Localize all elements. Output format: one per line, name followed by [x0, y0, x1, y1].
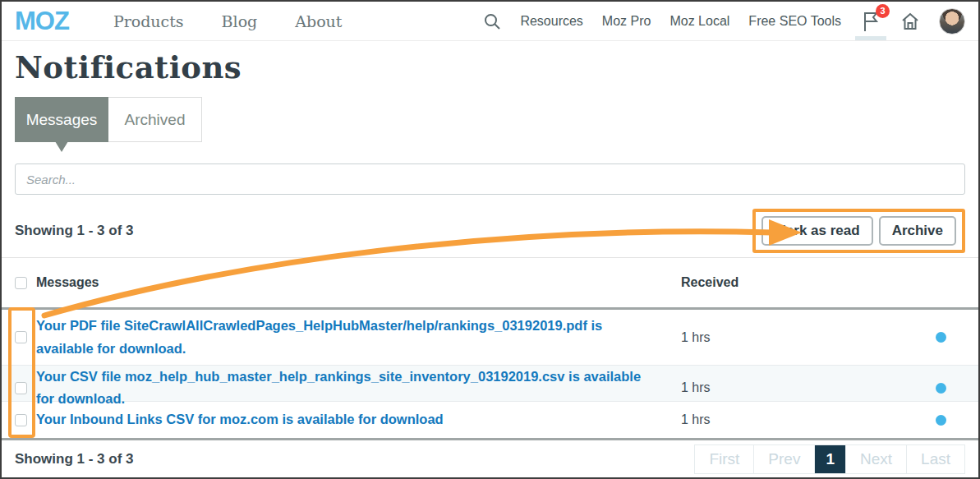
unread-dot-icon	[936, 415, 946, 426]
tab-archived[interactable]: Archived	[108, 97, 202, 142]
notification-link[interactable]: Your PDF file SiteCrawlAllCrawledPages_H…	[36, 315, 681, 359]
column-header-messages: Messages	[36, 275, 681, 290]
notification-count-badge: 3	[876, 4, 890, 18]
tab-messages[interactable]: Messages	[15, 97, 108, 142]
row-checkbox[interactable]	[15, 414, 27, 426]
pagination-prev[interactable]: Prev	[754, 445, 815, 473]
notification-link[interactable]: Your Inbound Links CSV for moz.com is av…	[36, 408, 681, 431]
column-header-received: Received	[681, 275, 916, 290]
nav-item-blog[interactable]: Blog	[222, 12, 258, 30]
row-checkbox[interactable]	[15, 382, 27, 394]
top-navigation: MOZ Products Blog About Resources Moz Pr…	[2, 2, 978, 41]
select-all-checkbox[interactable]	[15, 277, 27, 289]
pagination-current-page[interactable]: 1	[815, 445, 846, 473]
toolbar: Showing 1 - 3 of 3 Mark as read Archive	[15, 208, 965, 254]
unread-dot-icon	[936, 383, 946, 394]
pagination-first[interactable]: First	[695, 445, 754, 473]
nav-item-resources[interactable]: Resources	[520, 14, 582, 29]
moz-notifications-page: MOZ Products Blog About Resources Moz Pr…	[0, 0, 980, 479]
primary-nav: Products Blog About	[113, 12, 343, 30]
notifications-flag-icon[interactable]: 3	[862, 11, 881, 32]
nav-item-moz-pro[interactable]: Moz Pro	[602, 14, 651, 29]
search-icon[interactable]	[483, 12, 501, 30]
row-checkbox[interactable]	[15, 331, 27, 343]
nav-item-moz-local[interactable]: Moz Local	[669, 14, 729, 29]
search-bar	[15, 164, 965, 195]
table-row: Your PDF file SiteCrawlAllCrawledPages_H…	[2, 310, 978, 366]
secondary-nav: Resources Moz Pro Moz Local Free SEO Too…	[483, 8, 965, 35]
received-time: 1 hrs	[681, 380, 916, 395]
nav-item-free-seo-tools[interactable]: Free SEO Tools	[748, 14, 841, 29]
notifications-table-body: Your PDF file SiteCrawlAllCrawledPages_H…	[2, 307, 978, 440]
moz-logo[interactable]: MOZ	[15, 7, 69, 36]
showing-count-top: Showing 1 - 3 of 3	[15, 223, 134, 239]
home-icon[interactable]	[900, 12, 920, 31]
table-row: Your CSV file moz_help_hub_master_help_r…	[2, 366, 978, 402]
notifications-tabs: Messages Archived	[15, 97, 965, 142]
user-avatar[interactable]	[939, 8, 965, 35]
received-time: 1 hrs	[681, 330, 916, 345]
received-time: 1 hrs	[681, 412, 916, 427]
archive-button[interactable]: Archive	[879, 216, 956, 246]
pagination: First Prev 1 Next Last	[694, 444, 965, 474]
search-input[interactable]	[15, 164, 965, 195]
actions-highlight-box: Mark as read Archive	[752, 209, 965, 253]
mark-as-read-button[interactable]: Mark as read	[761, 216, 873, 246]
pagination-last[interactable]: Last	[907, 445, 964, 473]
page-title: Notifications	[15, 49, 965, 85]
showing-count-bottom: Showing 1 - 3 of 3	[15, 451, 134, 467]
table-header: Messages Received	[2, 258, 978, 307]
nav-item-about[interactable]: About	[295, 12, 342, 30]
unread-dot-icon	[936, 332, 946, 343]
notification-link[interactable]: Your CSV file moz_help_hub_master_help_r…	[36, 366, 681, 410]
pagination-next[interactable]: Next	[846, 445, 907, 473]
active-nav-underline	[855, 36, 886, 40]
nav-item-products[interactable]: Products	[113, 12, 184, 30]
table-footer: Showing 1 - 3 of 3 First Prev 1 Next Las…	[2, 440, 978, 478]
